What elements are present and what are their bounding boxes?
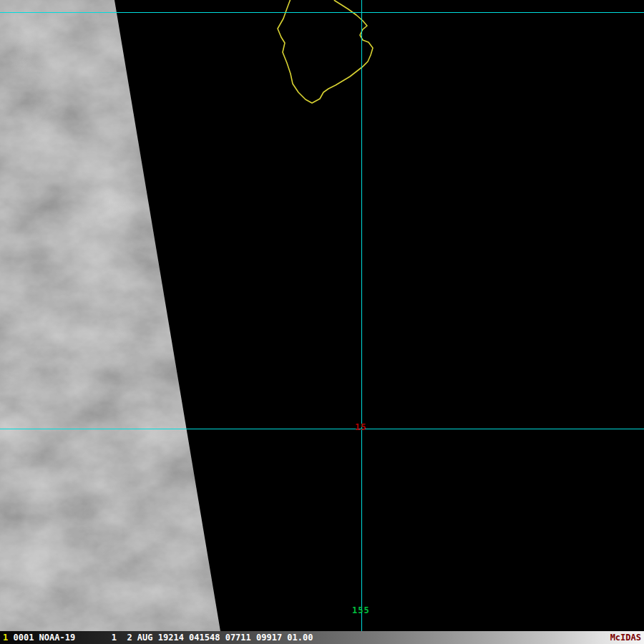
longitude-gridline-155 <box>361 0 362 631</box>
mcidas-image-window: 15 155 1 0001 NOAA-19 1 2 AUG 19214 0415… <box>0 0 644 644</box>
status-bar: 1 0001 NOAA-19 1 2 AUG 19214 041548 0771… <box>0 631 644 644</box>
latitude-label: 15 <box>355 423 366 431</box>
frame-number: 1 <box>0 631 8 644</box>
satellite-swath-graphic <box>0 0 644 631</box>
hawaii-coastline <box>278 0 373 103</box>
latitude-gridline-15 <box>0 429 644 429</box>
image-info-text: 0001 NOAA-19 1 2 AUG 19214 041548 07711 … <box>8 631 313 644</box>
mcidas-logo-text: McIDAS <box>610 631 644 644</box>
satellite-image-display[interactable]: 15 155 <box>0 0 644 631</box>
longitude-label: 155 <box>352 606 370 615</box>
latitude-gridline-top <box>0 12 644 13</box>
satellite-image-swath <box>0 0 229 631</box>
